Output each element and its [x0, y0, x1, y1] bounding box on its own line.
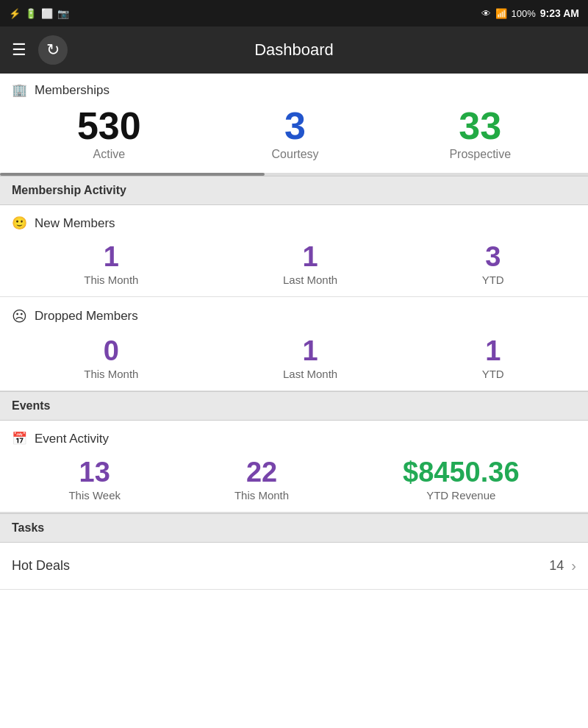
- active-count: 530: [77, 107, 141, 145]
- event-this-week-label: This Week: [68, 489, 121, 502]
- visibility-icon: 👁: [481, 8, 491, 19]
- dropped-members-last-month-count: 1: [303, 337, 318, 365]
- courtesy-stat: 3 Courtesy: [272, 107, 319, 161]
- dropped-members-last-month: 1 Last Month: [283, 337, 337, 380]
- event-ytd-revenue-count: $8450.36: [403, 458, 520, 486]
- scroll-thumb: [0, 173, 265, 176]
- sad-icon: ☹: [12, 307, 27, 325]
- status-left-icons: ⚡ 🔋 ⬜ 📷: [9, 8, 69, 19]
- nav-left-buttons: ☰ ↻: [12, 35, 68, 65]
- new-members-stats: 1 This Month 1 Last Month 3 YTD: [12, 243, 576, 286]
- hot-deals-row[interactable]: Hot Deals 14 ›: [0, 543, 588, 590]
- new-members-ytd-label: YTD: [482, 274, 504, 286]
- new-members-block: 🙂 New Members 1 This Month 1 Last Month …: [0, 205, 588, 297]
- dropped-members-last-month-label: Last Month: [283, 368, 337, 380]
- event-ytd-revenue: $8450.36 YTD Revenue: [403, 458, 520, 502]
- courtesy-label: Courtesy: [272, 148, 319, 161]
- battery-charging-icon: 🔋: [25, 8, 37, 19]
- screen-rotate-icon: ⬜: [41, 8, 53, 19]
- page-title: Dashboard: [254, 40, 334, 60]
- membership-activity-label: Membership Activity: [12, 184, 126, 196]
- event-this-month-count: 22: [246, 458, 277, 486]
- hot-deals-label: Hot Deals: [12, 558, 70, 574]
- tasks-header: Tasks: [0, 513, 588, 543]
- new-members-label: New Members: [35, 216, 115, 231]
- top-nav: ☰ ↻ Dashboard: [0, 26, 588, 74]
- prospective-count: 33: [459, 107, 501, 145]
- main-content: 🏢 Memberships 530 Active 3 Courtesy 33 P…: [0, 74, 588, 728]
- courtesy-count: 3: [284, 107, 306, 145]
- membership-activity-header: Membership Activity: [0, 176, 588, 205]
- event-activity-block: 📅 Event Activity 13 This Week 22 This Mo…: [0, 421, 588, 513]
- event-activity-stats: 13 This Week 22 This Month $8450.36 YTD …: [12, 458, 576, 502]
- event-this-week-count: 13: [79, 458, 110, 486]
- dropped-members-block: ☹ Dropped Members 0 This Month 1 Last Mo…: [0, 297, 588, 391]
- dropped-members-this-month-count: 0: [104, 337, 119, 365]
- dropped-members-ytd-label: YTD: [482, 368, 504, 380]
- new-members-last-month-label: Last Month: [283, 274, 337, 286]
- event-this-month: 22 This Month: [234, 458, 289, 502]
- smiley-icon: 🙂: [12, 215, 27, 231]
- event-this-week: 13 This Week: [68, 458, 121, 502]
- battery-percent: 100%: [512, 8, 536, 19]
- wifi-icon: 📶: [495, 8, 507, 19]
- scroll-indicator: [0, 173, 588, 176]
- dropped-members-stats: 0 This Month 1 Last Month 1 YTD: [12, 337, 576, 380]
- dropped-members-ytd-count: 1: [485, 337, 501, 365]
- new-members-last-month-count: 1: [303, 243, 318, 271]
- new-members-ytd-count: 3: [485, 243, 501, 271]
- event-this-month-label: This Month: [234, 489, 289, 502]
- prospective-label: Prospective: [449, 148, 511, 161]
- new-members-ytd: 3 YTD: [482, 243, 504, 286]
- events-label: Events: [12, 399, 50, 412]
- calendar-icon: 📅: [12, 431, 27, 446]
- usb-icon: ⚡: [9, 8, 21, 19]
- refresh-icon: ↻: [46, 40, 60, 60]
- hot-deals-count: 14: [549, 558, 564, 574]
- dropped-members-this-month: 0 This Month: [84, 337, 138, 380]
- event-activity-label: Event Activity: [35, 432, 109, 446]
- refresh-button[interactable]: ↻: [38, 35, 68, 65]
- tasks-label: Tasks: [12, 521, 44, 534]
- memberships-header: 🏢 Memberships: [12, 82, 576, 98]
- event-ytd-revenue-label: YTD Revenue: [426, 489, 495, 502]
- status-time: 9:23 AM: [540, 7, 579, 19]
- events-header: Events: [0, 391, 588, 421]
- new-members-last-month: 1 Last Month: [283, 243, 337, 286]
- chevron-right-icon: ›: [571, 557, 576, 574]
- memberships-section: 🏢 Memberships 530 Active 3 Courtesy 33 P…: [0, 74, 588, 173]
- dropped-members-this-month-label: This Month: [84, 368, 138, 380]
- prospective-stat: 33 Prospective: [449, 107, 511, 161]
- event-activity-header: 📅 Event Activity: [12, 431, 576, 446]
- active-stat: 530 Active: [77, 107, 141, 161]
- memberships-label: Memberships: [35, 83, 110, 98]
- screenshot-icon: 📷: [57, 8, 69, 19]
- hamburger-menu-button[interactable]: ☰: [12, 40, 26, 60]
- status-right-icons: 👁 📶 100% 9:23 AM: [481, 7, 579, 19]
- dropped-members-label: Dropped Members: [35, 309, 138, 324]
- active-label: Active: [93, 148, 126, 161]
- new-members-this-month-count: 1: [104, 243, 119, 271]
- new-members-this-month: 1 This Month: [84, 243, 138, 286]
- memberships-stats: 530 Active 3 Courtesy 33 Prospective: [12, 107, 576, 173]
- building-icon: 🏢: [12, 82, 27, 98]
- new-members-this-month-label: This Month: [84, 274, 138, 286]
- hot-deals-right: 14 ›: [549, 557, 576, 574]
- dropped-members-ytd: 1 YTD: [482, 337, 504, 380]
- status-bar: ⚡ 🔋 ⬜ 📷 👁 📶 100% 9:23 AM: [0, 0, 588, 26]
- dropped-members-header: ☹ Dropped Members: [12, 307, 576, 325]
- new-members-header: 🙂 New Members: [12, 215, 576, 231]
